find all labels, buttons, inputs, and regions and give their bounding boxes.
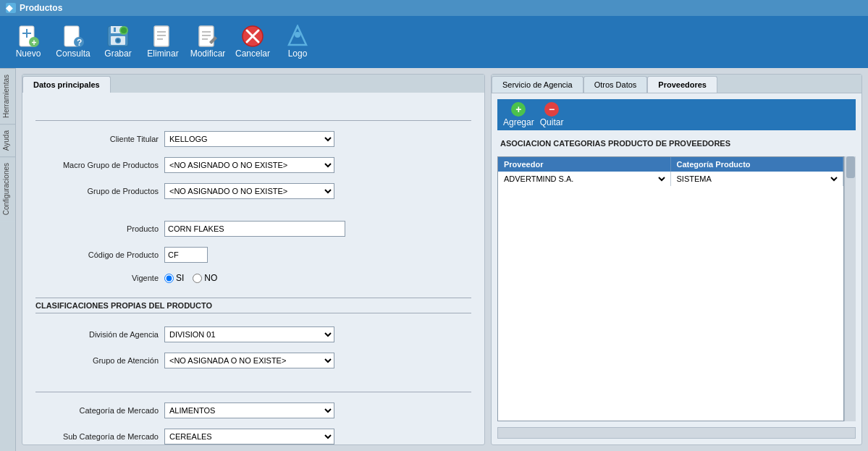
row-codigo-producto: Código de Producto (35, 247, 471, 263)
select-subcategoria-mercado[interactable]: CEREALES (164, 429, 334, 444)
td-proveedor: ADVERTMIND S.A. (498, 172, 671, 186)
table-row: ADVERTMIND S.A. SISTEMA (498, 172, 843, 186)
row-division-agencia: División de Agencia DIVISION 01 (35, 326, 471, 342)
radio-si-label[interactable]: SI (164, 273, 184, 283)
right-panel: Servicio de Agencia Otros Datos Proveedo… (491, 74, 862, 445)
sidebar-tab-herramientas[interactable]: Herramientas (0, 68, 15, 124)
row-grupo-atencion: Grupo de Atención <NO ASIGNADA O NO EXIS… (35, 353, 471, 368)
select-grupo-productos[interactable]: <NO ASIGNADO O NO EXISTE> (164, 183, 334, 199)
toolbar: + Nuevo ? Consulta (0, 16, 868, 68)
grabar-icon (106, 25, 130, 48)
title-bar: ◆ Productos (0, 0, 868, 16)
input-producto[interactable] (164, 221, 345, 237)
select-proveedor[interactable]: ADVERTMIND S.A. (501, 174, 667, 184)
th-categoria: Categoría Producto (671, 157, 844, 172)
label-grupo-atencion: Grupo de Atención (35, 356, 159, 365)
logo-label: Logo (288, 49, 308, 59)
row-categoria-mercado: Categoría de Mercado ALIMENTOS (35, 402, 471, 418)
btn-logo[interactable]: Logo (277, 19, 319, 65)
quitar-label: Quitar (540, 117, 564, 127)
logo-icon (286, 25, 309, 48)
btn-eliminar[interactable]: Eliminar (142, 19, 184, 65)
action-bar: + Agregar − Quitar (497, 99, 856, 130)
eliminar-label: Eliminar (147, 49, 178, 59)
select-categoria-proveedor[interactable]: SISTEMA (674, 174, 840, 184)
row-grupo-productos: Grupo de Productos <NO ASIGNADO O NO EXI… (35, 183, 471, 199)
select-cliente-titular[interactable]: KELLOGG (164, 131, 334, 147)
modificar-icon (196, 25, 219, 48)
radio-no[interactable] (193, 274, 202, 283)
select-categoria-mercado[interactable]: ALIMENTOS (164, 402, 334, 418)
table-wrapper: Proveedor Categoría Producto ADVERTMIND … (497, 156, 856, 421)
label-cliente-titular: Cliente Titular (35, 135, 159, 143)
radio-si[interactable] (164, 274, 174, 283)
label-subcategoria-mercado: Sub Categoría de Mercado (35, 432, 159, 441)
divider-mid (35, 392, 471, 392)
btn-cancelar[interactable]: Cancelar (232, 19, 274, 65)
right-tab-header: Servicio de Agencia Otros Datos Proveedo… (492, 75, 861, 93)
divider-top (35, 120, 471, 121)
tab-proveedores[interactable]: Proveedores (647, 76, 717, 93)
input-codigo-producto[interactable] (164, 247, 208, 263)
agregar-label: Agregar (503, 117, 534, 127)
scrollbar-thumb (846, 156, 855, 178)
svg-point-15 (121, 28, 127, 33)
btn-nuevo[interactable]: + Nuevo (7, 19, 49, 65)
label-macro-grupo: Macro Grupo de Productos (35, 161, 159, 169)
assoc-table: Proveedor Categoría Producto ADVERTMIND … (497, 156, 844, 421)
assoc-title: ASOCIACION CATEGORIAS PRODUCTO DE PROVEE… (497, 135, 856, 152)
section-clasificaciones: CLASIFICACIONES PROPIAS DEL PRODUCTO (35, 298, 471, 313)
svg-point-28 (295, 32, 300, 38)
tab-otros-datos[interactable]: Otros Datos (583, 76, 648, 93)
btn-quitar[interactable]: − Quitar (540, 102, 564, 127)
row-subcategoria-mercado: Sub Categoría de Mercado CEREALES (35, 429, 471, 444)
btn-consulta[interactable]: ? Consulta (52, 19, 94, 65)
cancelar-icon (241, 25, 264, 48)
eliminar-icon (151, 25, 174, 48)
row-vigente: Vigente SI NO (35, 273, 471, 283)
left-panel: Datos principales Cliente Titular KELLOG… (22, 74, 485, 445)
tab-datos-principales[interactable]: Datos principales (22, 76, 111, 93)
svg-rect-16 (154, 26, 169, 46)
svg-text:+: + (32, 38, 37, 48)
radio-vigente-group: SI NO (164, 273, 217, 283)
sidebar-tab-configuraciones[interactable]: Configuraciones (0, 156, 15, 221)
svg-text:?: ? (77, 38, 82, 48)
left-tab-header: Datos principales (22, 75, 484, 93)
row-producto: Producto (35, 221, 471, 237)
table-header: Proveedor Categoría Producto (498, 157, 843, 172)
nuevo-icon: + (17, 25, 40, 48)
row-cliente-titular: Cliente Titular KELLOGG (35, 131, 471, 147)
consulta-label: Consulta (56, 49, 90, 59)
scrollbar[interactable] (844, 156, 856, 421)
modificar-label: Modificar (190, 49, 226, 59)
left-sidebar: Herramientas Ayuda Configuraciones (0, 68, 16, 451)
radio-no-label[interactable]: NO (193, 273, 217, 283)
btn-agregar[interactable]: + Agregar (503, 102, 534, 127)
radio-no-text: NO (204, 273, 217, 283)
bottom-scrollbar[interactable] (497, 427, 856, 439)
right-panel-body: + Agregar − Quitar ASOCIACION CATEGORIAS… (492, 93, 861, 444)
btn-modificar[interactable]: Modificar (187, 19, 229, 65)
cancelar-label: Cancelar (235, 49, 270, 59)
left-panel-body: Cliente Titular KELLOGG Macro Grupo de P… (22, 93, 484, 451)
agregar-icon: + (511, 102, 526, 117)
select-grupo-atencion[interactable]: <NO ASIGNADA O NO EXISTE> (164, 353, 334, 368)
row-macro-grupo: Macro Grupo de Productos <NO ASIGNADO O … (35, 157, 471, 173)
label-categoria-mercado: Categoría de Mercado (35, 406, 159, 415)
select-macro-grupo[interactable]: <NO ASIGNADO O NO EXISTE> (164, 157, 334, 173)
select-division-agencia[interactable]: DIVISION 01 (164, 326, 334, 342)
label-producto: Producto (35, 224, 159, 233)
svg-rect-12 (114, 28, 116, 32)
window-title: Productos (20, 3, 62, 13)
btn-grabar[interactable]: Grabar (97, 19, 139, 65)
radio-si-text: SI (176, 273, 184, 283)
td-categoria: SISTEMA (671, 172, 844, 186)
main-layout: Herramientas Ayuda Configuraciones Datos… (0, 68, 868, 451)
label-grupo-productos: Grupo de Productos (35, 187, 159, 195)
label-vigente: Vigente (35, 274, 159, 282)
tab-servicio-agencia[interactable]: Servicio de Agencia (492, 76, 583, 93)
label-codigo-producto: Código de Producto (35, 250, 159, 259)
sidebar-tab-ayuda[interactable]: Ayuda (0, 124, 15, 156)
consulta-icon: ? (62, 25, 85, 48)
